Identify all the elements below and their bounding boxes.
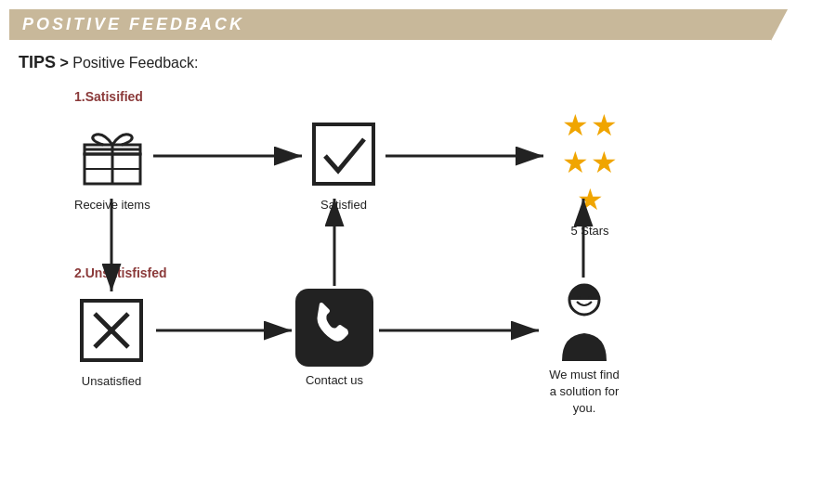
gift-icon (75, 117, 150, 191)
solution-label: We must find a solution for you. (549, 367, 620, 418)
label-unsatisfied: 2.Unsatisfisfed (74, 265, 167, 280)
node-five-stars: ★ ★ ★ ★ ★ 5 Stars (548, 108, 632, 239)
star-2: ★ (591, 108, 618, 143)
unsatisfied-label: Unsatisfied (82, 373, 141, 390)
label-satisfied: 1.Satisified (74, 89, 143, 104)
checkmark-icon (307, 117, 381, 191)
satisfied-label: Satisfied (320, 197, 367, 213)
node-satisfied: Satisfied (307, 117, 381, 213)
receive-items-label: Receive items (74, 197, 150, 213)
tips-text: Positive Feedback: (72, 55, 198, 71)
svg-point-12 (577, 296, 581, 300)
node-solution: We must find a solution for you. (543, 279, 625, 418)
contact-us-label: Contact us (306, 372, 363, 389)
star-5: ★ (577, 182, 604, 217)
tips-label: TIPS (19, 53, 56, 71)
star-4: ★ (591, 145, 618, 180)
x-mark-icon (74, 293, 149, 368)
star-3: ★ (562, 145, 589, 180)
node-unsatisfied: Unsatisfied (74, 293, 149, 390)
diagram-wrapper: 1.Satisified 2.Unsatisfisfed Receive ite… (28, 80, 808, 433)
node-receive-items: Receive items (74, 117, 150, 213)
svg-rect-10 (295, 289, 373, 367)
stars-display: ★ ★ ★ ★ ★ (548, 108, 632, 217)
header-banner: POSITIVE FEEDBACK (9, 9, 771, 40)
svg-point-13 (588, 296, 592, 300)
person-icon (543, 279, 625, 361)
node-contact-us: Contact us (295, 289, 373, 389)
svg-rect-6 (314, 124, 373, 184)
header-title: POSITIVE FEEDBACK (22, 15, 244, 34)
five-stars-label: 5 Stars (570, 223, 608, 239)
star-1: ★ (562, 108, 589, 143)
tips-arrow: > (59, 55, 72, 71)
phone-icon (295, 289, 373, 367)
tips-line: TIPS > Positive Feedback: (0, 40, 836, 80)
